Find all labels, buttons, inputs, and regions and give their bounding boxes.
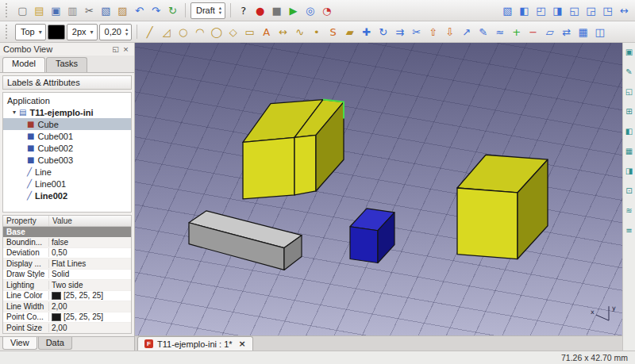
property-row-display-mode[interactable]: Display ... Flat Lines (3, 259, 131, 270)
property-row-lighting[interactable]: Lighting Two side (3, 280, 131, 291)
view-front-icon[interactable]: ◧ (517, 2, 532, 18)
draft-polygon-icon[interactable]: ◇ (225, 24, 241, 40)
side-tool-icon-10[interactable]: ≡ (624, 225, 634, 236)
tree-item-cube[interactable]: ■ Cube (3, 118, 131, 130)
measure-distance-icon[interactable]: ↔ (617, 2, 632, 18)
tree-item-cube002[interactable]: ■ Cube002 (3, 142, 131, 154)
redo-icon[interactable]: ↷ (148, 2, 164, 18)
macro-stop-icon[interactable]: ■ (269, 2, 284, 18)
tab-tasks[interactable]: Tasks (46, 57, 87, 72)
view-right-icon[interactable]: ◨ (550, 2, 565, 18)
spinner-arrows-icon[interactable]: ▴▾ (219, 6, 221, 15)
whats-this-icon[interactable]: ? (236, 2, 251, 18)
float-panel-icon[interactable]: ◱ (110, 44, 121, 54)
draft-text-icon[interactable]: A (259, 24, 274, 40)
draft-to-sketch-icon[interactable]: ⇄ (559, 24, 574, 40)
3d-viewport[interactable]: y x (135, 43, 622, 335)
undo-icon[interactable]: ↶ (132, 2, 147, 18)
tree-item-line[interactable]: ╱ Line (3, 166, 131, 178)
draft-add-point-icon[interactable]: + (509, 24, 524, 40)
draft-dimension-icon[interactable]: ↔ (275, 24, 291, 40)
zoom-fit-all-icon[interactable]: ◎ (302, 2, 318, 18)
line-width-selector[interactable]: 2px ▾ (67, 24, 98, 40)
draft-point-icon[interactable]: • (309, 24, 324, 40)
macro-record-icon[interactable]: ● (252, 2, 267, 18)
tree-item-line001[interactable]: ╱ Line001 (3, 178, 131, 190)
draft-scale-icon[interactable]: ↗ (459, 24, 474, 40)
yellow-cube[interactable] (457, 155, 548, 259)
tab-model[interactable]: Model (2, 57, 45, 72)
open-document-icon[interactable]: ▤ (32, 2, 47, 18)
draft-trimex-icon[interactable]: ✂ (409, 24, 424, 40)
tree-item-cube003[interactable]: ■ Cube003 (3, 154, 131, 166)
tab-view[interactable]: View (2, 337, 37, 350)
draft-move-icon[interactable]: ✚ (359, 24, 374, 40)
view-isometric-icon[interactable]: ▧ (500, 2, 515, 18)
property-row-line-width[interactable]: Line Width 2,00 (3, 301, 131, 312)
view-preset-selector[interactable]: Top ▾ (15, 24, 46, 40)
view-rear-icon[interactable]: ◱ (567, 2, 582, 18)
new-document-icon[interactable]: ▢ (15, 2, 30, 18)
draft-line-icon[interactable]: ╱ (142, 24, 157, 40)
paste-icon[interactable]: ▨ (115, 2, 130, 18)
line-color-button[interactable] (48, 25, 65, 40)
copy-icon[interactable]: ▧ (98, 2, 114, 18)
draft-offset-icon[interactable]: ⇉ (392, 24, 407, 40)
draft-shapestring-icon[interactable]: S (325, 24, 341, 40)
draft-rectangle-icon[interactable]: ▭ (242, 24, 257, 40)
spinner-arrows-icon[interactable]: ▴▾ (125, 27, 128, 36)
draft-mirror-icon[interactable]: ◫ (592, 24, 607, 40)
draft-downgrade-icon[interactable]: ⇩ (442, 24, 457, 40)
macro-execute-icon[interactable]: ▶ (286, 2, 301, 18)
draft-facebinder-icon[interactable]: ▰ (342, 24, 357, 40)
document-tab[interactable]: F T11-ejemplo-ini : 1* × (137, 336, 253, 351)
side-tool-icon-1[interactable]: ▣ (624, 47, 634, 57)
property-row-point-color[interactable]: Point Co... [25, 25, 25] (3, 312, 131, 324)
side-tool-icon-4[interactable]: ⊞ (624, 106, 634, 117)
side-tool-icon-5[interactable]: ◧ (624, 126, 634, 136)
property-row-deviation[interactable]: Deviation 0,50 (3, 248, 131, 259)
close-panel-icon[interactable]: × (121, 44, 131, 54)
side-tool-icon-7[interactable]: ◨ (624, 166, 634, 176)
property-row-selectable[interactable]: Selectable true (3, 334, 131, 335)
draft-rotate-icon[interactable]: ↻ (375, 24, 391, 40)
draft-wire-to-bspline-icon[interactable]: ≈ (492, 24, 507, 40)
property-row-draw-style[interactable]: Draw Style Solid (3, 270, 131, 281)
draw-style-icon[interactable]: ◔ (319, 2, 334, 18)
refresh-icon[interactable]: ↻ (165, 2, 180, 18)
draft-polyline-icon[interactable]: ◿ (159, 24, 174, 40)
print-icon[interactable]: ▥ (65, 2, 80, 18)
property-row-line-color[interactable]: Line Color [25, 25, 25] (3, 291, 131, 302)
side-tool-icon-2[interactable]: ✎ (624, 67, 634, 77)
scale-spinbox[interactable]: 0,20 ▴▾ (99, 24, 133, 40)
draft-circle-icon[interactable]: ○ (175, 24, 190, 40)
gray-box[interactable] (189, 211, 302, 270)
side-tool-icon-6[interactable]: ▦ (624, 146, 634, 156)
draft-upgrade-icon[interactable]: ⇧ (425, 24, 441, 40)
draft-ellipse-icon[interactable]: ◯ (209, 24, 224, 40)
view-left-icon[interactable]: ◳ (600, 2, 615, 18)
expander-icon[interactable]: ▾ (13, 109, 16, 116)
tab-data[interactable]: Data (38, 337, 72, 350)
close-tab-icon[interactable]: × (239, 339, 246, 349)
tree-item-line002[interactable]: ╱ Line002 (3, 190, 131, 201)
draft-shape2dview-icon[interactable]: ▱ (542, 24, 557, 40)
cut-icon[interactable]: ✂ (82, 2, 97, 18)
view-top-icon[interactable]: ◰ (533, 2, 548, 18)
property-row-point-size[interactable]: Point Size 2,00 (3, 323, 131, 334)
side-tool-icon-3[interactable]: ◱ (624, 86, 634, 97)
view-bottom-icon[interactable]: ◲ (583, 2, 598, 18)
workbench-selector[interactable]: Draft ▴▾ (190, 2, 225, 19)
tree-item-document[interactable]: ▾ ▤ T11-ejemplo-ini (3, 106, 131, 118)
tree-item-cube001[interactable]: ■ Cube001 (3, 130, 131, 142)
tree-item-application[interactable]: Application (3, 94, 131, 106)
draft-delete-point-icon[interactable]: − (525, 24, 541, 40)
property-section-base[interactable]: Base (3, 227, 131, 237)
draft-arc-icon[interactable]: ◠ (192, 24, 207, 40)
draft-bspline-icon[interactable]: ∿ (292, 24, 307, 40)
save-document-icon[interactable]: ▣ (48, 2, 64, 18)
draft-edit-icon[interactable]: ✎ (475, 24, 491, 40)
draft-array-icon[interactable]: ▦ (575, 24, 591, 40)
side-tool-icon-8[interactable]: ⊡ (624, 186, 634, 196)
side-tool-icon-9[interactable]: ≋ (624, 205, 634, 216)
